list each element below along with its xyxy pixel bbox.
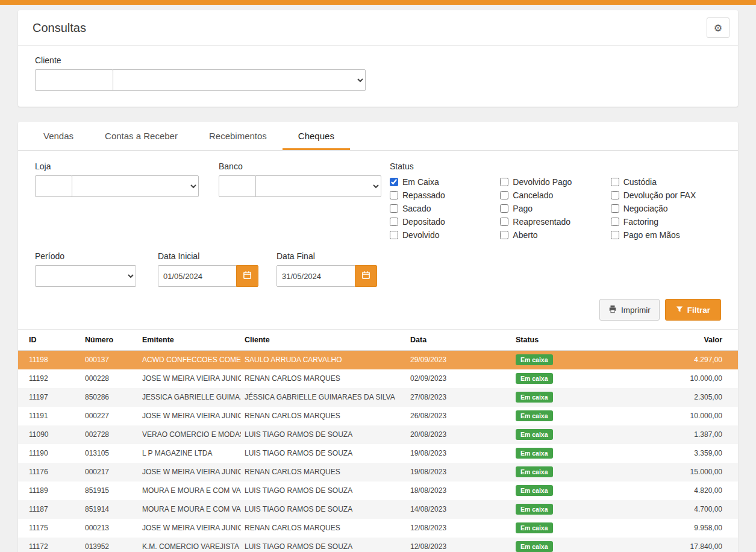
cell-valor: 1.387,00 [608, 425, 738, 444]
cell-status: Em caixa [512, 425, 608, 444]
tab-contas-a-receber[interactable]: Contas a Receber [89, 122, 193, 150]
tab-vendas[interactable]: Vendas [28, 122, 89, 150]
tab-cheques[interactable]: Cheques [283, 122, 350, 150]
loja-code-input[interactable] [35, 175, 72, 197]
status-badge: Em caixa [516, 485, 553, 496]
cliente-select[interactable] [113, 69, 366, 91]
status-checkbox[interactable] [611, 191, 619, 199]
loja-select[interactable] [72, 175, 199, 197]
table-row[interactable]: 11197850286JESSICA GABRIELLE GUIMA…JÉSSI… [18, 388, 738, 407]
status-option[interactable]: Em Caixa [390, 175, 500, 189]
status-option[interactable]: Negociação [611, 202, 721, 215]
cell-status: Em caixa [512, 500, 608, 519]
page-title: Consultas [33, 21, 86, 35]
table-row[interactable]: 11172013952K.M. COMERCIO VAREJISTA …LUIS… [18, 538, 738, 552]
table-row[interactable]: 11090002728VERAO COMERCIO E MODAS…LUIS T… [18, 425, 738, 444]
status-option[interactable]: Devolvido [390, 228, 500, 242]
cell: JOSE W MEIRA VIEIRA JUNIOR [139, 519, 241, 538]
status-option-label: Devolvido [402, 230, 439, 240]
table-row[interactable]: 11187851914MOURA E MOURA E COM VA…LUIS T… [18, 500, 738, 519]
status-option-label: Reapresentado [513, 217, 570, 227]
filtrar-button[interactable]: Filtrar [665, 299, 721, 321]
status-option-label: Pago [513, 204, 533, 213]
cell-status: Em caixa [512, 463, 608, 481]
status-option[interactable]: Factoring [611, 215, 721, 228]
cell-valor: 4.297,00 [608, 351, 738, 369]
periodo-select[interactable] [35, 265, 136, 287]
banco-code-input[interactable] [219, 175, 256, 197]
column-header: Cliente [241, 330, 407, 351]
cell-valor: 2.305,00 [608, 388, 738, 407]
status-checkbox[interactable] [500, 218, 508, 226]
status-option[interactable]: Repassado [390, 189, 500, 202]
cell: JOSE W MEIRA VIEIRA JUNIOR [139, 463, 241, 481]
printer-icon [608, 305, 617, 315]
status-checkbox[interactable] [390, 191, 398, 199]
cliente-code-input[interactable] [35, 69, 113, 91]
status-group: Status Em CaixaRepassadoSacadoDepositado… [381, 162, 721, 242]
cell: JESSICA GABRIELLE GUIMA… [139, 388, 241, 407]
status-badge: Em caixa [516, 392, 553, 403]
status-checkbox[interactable] [611, 231, 619, 239]
cell: 850286 [81, 388, 139, 407]
status-checkbox[interactable] [611, 178, 619, 186]
status-option[interactable]: Sacado [390, 202, 500, 215]
table-row[interactable]: 11189851915MOURA E MOURA E COM VA…LUIS T… [18, 481, 738, 500]
tab-recebimentos[interactable]: Recebimentos [193, 122, 283, 150]
status-checkbox[interactable] [500, 231, 508, 239]
status-option[interactable]: Cancelado [500, 189, 610, 202]
cell: 27/08/2023 [407, 388, 512, 407]
cell-status: Em caixa [512, 444, 608, 463]
cell-valor: 15.000,00 [608, 463, 738, 481]
status-checkbox[interactable] [611, 204, 619, 213]
status-checkbox[interactable] [611, 218, 619, 226]
cell: 013952 [81, 538, 139, 552]
status-checkbox[interactable] [390, 204, 398, 213]
status-checkbox[interactable] [390, 231, 398, 239]
data-inicial-input[interactable] [158, 265, 237, 287]
table-row[interactable]: 11192000228JOSE W MEIRA VIEIRA JUNIORREN… [18, 369, 738, 388]
status-checkbox[interactable] [500, 178, 508, 186]
data-final-group: Data Final [276, 251, 377, 287]
banco-select[interactable] [255, 175, 381, 197]
status-checkbox[interactable] [500, 191, 508, 199]
imprimir-button[interactable]: Imprimir [599, 299, 660, 321]
table-row[interactable]: 11176000217JOSE W MEIRA VIEIRA JUNIORREN… [18, 463, 738, 481]
status-option[interactable]: Custódia [611, 175, 721, 189]
cell-valor: 4.700,00 [608, 500, 738, 519]
cell: MOURA E MOURA E COM VA… [139, 481, 241, 500]
status-option-label: Pago em Mãos [623, 230, 680, 240]
cell: 000137 [81, 351, 139, 369]
table-row[interactable]: 11198000137ACWD CONFECCOES COMER…SAULO A… [18, 351, 738, 369]
status-option-label: Devolução por FAX [623, 190, 696, 200]
settings-button[interactable]: ⚙ [707, 17, 729, 38]
status-checkbox[interactable] [390, 178, 398, 186]
status-option[interactable]: Pago em Mãos [611, 228, 721, 242]
status-checkbox[interactable] [390, 218, 398, 226]
loja-group: Loja [35, 162, 199, 242]
table-row[interactable]: 11191000227JOSE W MEIRA VIEIRA JUNIORREN… [18, 407, 738, 425]
column-header: Data [407, 330, 512, 351]
status-option[interactable]: Devolvido Pago [500, 175, 610, 189]
cell: 11090 [18, 425, 81, 444]
cell-valor: 10.000,00 [608, 407, 738, 425]
status-label: Status [390, 162, 721, 171]
table-row[interactable]: 11190013105L P MAGAZINE LTDALUIS TIAGO R… [18, 444, 738, 463]
status-option[interactable]: Pago [500, 202, 610, 215]
status-option[interactable]: Devolução por FAX [611, 189, 721, 202]
data-final-calendar-button[interactable] [355, 265, 377, 287]
status-option-label: Depositado [402, 217, 445, 227]
cell-valor: 3.359,00 [608, 444, 738, 463]
status-checkbox[interactable] [500, 204, 508, 213]
status-option-label: Repassado [402, 190, 445, 200]
funnel-icon [676, 306, 683, 315]
cell: RENAN CARLOS MARQUES [241, 463, 407, 481]
status-option[interactable]: Depositado [390, 215, 500, 228]
data-final-input[interactable] [276, 265, 355, 287]
table-body: 11198000137ACWD CONFECCOES COMER…SAULO A… [18, 351, 738, 552]
status-option[interactable]: Aberto [500, 228, 610, 242]
status-option[interactable]: Reapresentado [500, 215, 610, 228]
data-inicial-calendar-button[interactable] [236, 265, 258, 287]
table-row[interactable]: 11175000213JOSE W MEIRA VIEIRA JUNIORREN… [18, 519, 738, 538]
status-option-label: Em Caixa [402, 177, 439, 187]
